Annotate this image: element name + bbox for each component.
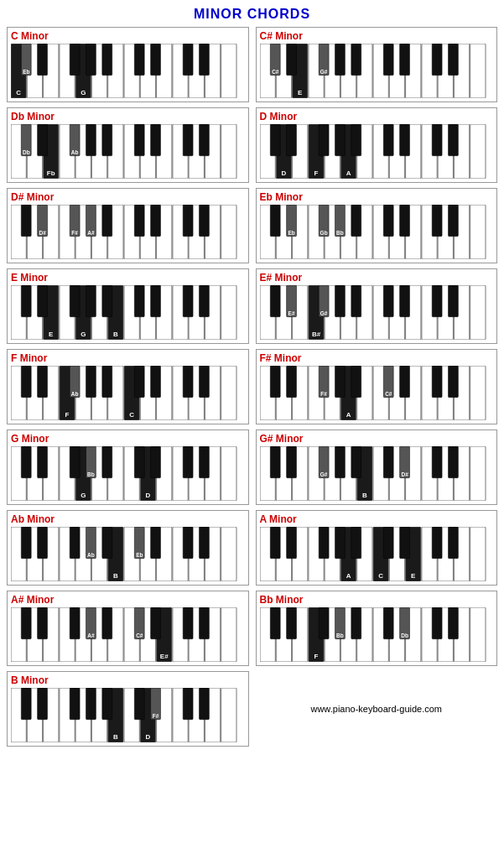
svg-rect-178: [134, 285, 144, 317]
piano-keyboard: CGEb: [11, 44, 245, 98]
svg-rect-179: [151, 285, 161, 317]
svg-text:D#: D#: [401, 471, 408, 477]
svg-rect-24: [183, 44, 193, 75]
piano-keyboard: FBbDb: [260, 607, 494, 662]
svg-rect-436: [102, 688, 112, 720]
svg-rect-23: [151, 44, 161, 75]
svg-rect-181: [200, 285, 210, 317]
chord-section-f#-minor: F# MinorAF#C#: [256, 349, 498, 424]
svg-rect-258: [432, 366, 442, 398]
website-cell: www.piano-keyboard-guide.com: [256, 671, 498, 747]
svg-rect-378: [221, 607, 236, 662]
svg-rect-410: [351, 607, 361, 639]
svg-rect-337: [200, 527, 210, 559]
piano-keyboard: BDF#: [11, 688, 245, 742]
svg-rect-202: [335, 285, 345, 317]
svg-text:E: E: [298, 89, 303, 96]
svg-rect-311: [448, 446, 458, 478]
svg-text:E#: E#: [288, 310, 294, 316]
svg-rect-151: [351, 205, 361, 237]
svg-rect-74: [134, 124, 144, 156]
svg-rect-117: [221, 205, 236, 259]
svg-rect-415: [448, 607, 458, 639]
svg-rect-433: [38, 688, 48, 720]
piano-keyboard: EbGbBb: [260, 205, 494, 259]
svg-rect-406: [286, 607, 296, 639]
svg-rect-175: [70, 285, 80, 317]
piano-keyboard: FbDbAb: [11, 124, 245, 179]
svg-text:Eb: Eb: [136, 552, 143, 558]
svg-rect-357: [319, 527, 329, 559]
svg-rect-407: [319, 607, 329, 639]
svg-rect-229: [102, 366, 112, 398]
svg-rect-20: [86, 44, 96, 75]
chord-section-g-minor: G MinorGDBb: [7, 430, 249, 505]
svg-rect-389: [200, 607, 210, 639]
svg-rect-276: [21, 446, 31, 478]
svg-rect-73: [102, 124, 112, 156]
svg-rect-414: [432, 607, 442, 639]
svg-text:G: G: [81, 331, 86, 338]
svg-text:C: C: [16, 89, 21, 96]
svg-rect-285: [200, 446, 210, 478]
svg-text:F: F: [65, 411, 70, 419]
svg-rect-47: [351, 44, 361, 75]
svg-rect-173: [21, 285, 31, 317]
svg-rect-101: [399, 124, 409, 156]
svg-rect-205: [399, 285, 409, 317]
chord-title: C# Minor: [260, 30, 494, 42]
svg-text:Ab: Ab: [71, 149, 79, 155]
chord-section-bb-minor: Bb MinorFBbDb: [256, 591, 498, 666]
svg-text:D: D: [146, 492, 151, 499]
svg-rect-253: [335, 366, 345, 398]
svg-rect-129: [200, 205, 210, 237]
svg-rect-307: [383, 446, 393, 478]
chord-title: F Minor: [11, 352, 245, 364]
svg-text:Gb: Gb: [320, 230, 327, 236]
svg-rect-196: [470, 285, 485, 340]
svg-rect-97: [319, 124, 329, 156]
svg-rect-103: [448, 124, 458, 156]
chord-section-c-minor: C MinorCGEb: [7, 27, 249, 102]
piano-keyboard: ACE: [260, 527, 494, 581]
piano-keyboard: E#A#C#: [11, 607, 245, 662]
svg-rect-381: [70, 607, 80, 639]
svg-rect-127: [151, 205, 161, 237]
svg-rect-332: [102, 527, 112, 559]
chord-section-f-minor: F MinorFCAb: [7, 349, 249, 424]
chord-section-ab-minor: Ab MinorBAbEb: [7, 510, 249, 586]
svg-text:Bb: Bb: [336, 633, 344, 638]
svg-rect-387: [151, 607, 161, 639]
chord-title: F# Minor: [260, 352, 494, 364]
chord-title: Db Minor: [11, 111, 245, 122]
svg-rect-440: [183, 688, 193, 720]
svg-rect-302: [286, 446, 296, 478]
svg-rect-154: [432, 205, 442, 237]
svg-text:G#: G#: [320, 471, 327, 477]
svg-rect-404: [470, 607, 485, 662]
svg-rect-72: [86, 124, 96, 156]
svg-rect-66: [221, 124, 236, 179]
svg-rect-77: [200, 124, 210, 156]
svg-rect-411: [383, 607, 393, 639]
svg-text:E: E: [411, 572, 416, 580]
piano-keyboard: EC#G#: [260, 44, 494, 98]
svg-text:Ab: Ab: [71, 391, 79, 397]
svg-text:E#: E#: [160, 653, 169, 660]
svg-text:Bb: Bb: [87, 471, 95, 477]
svg-rect-15: [221, 44, 236, 98]
svg-rect-282: [134, 446, 144, 478]
svg-rect-431: [221, 688, 236, 742]
chord-title: D# Minor: [11, 191, 245, 203]
page-title: MINOR CHORDS: [7, 7, 497, 22]
chord-title: G Minor: [11, 433, 245, 445]
svg-rect-254: [351, 366, 361, 398]
svg-text:Ab: Ab: [87, 552, 95, 558]
svg-rect-405: [270, 607, 280, 639]
svg-text:D: D: [146, 733, 151, 741]
svg-rect-125: [102, 205, 112, 237]
svg-text:D#: D#: [39, 230, 46, 236]
svg-rect-278: [70, 446, 80, 478]
svg-rect-250: [286, 366, 296, 398]
chord-title: A Minor: [260, 513, 494, 525]
